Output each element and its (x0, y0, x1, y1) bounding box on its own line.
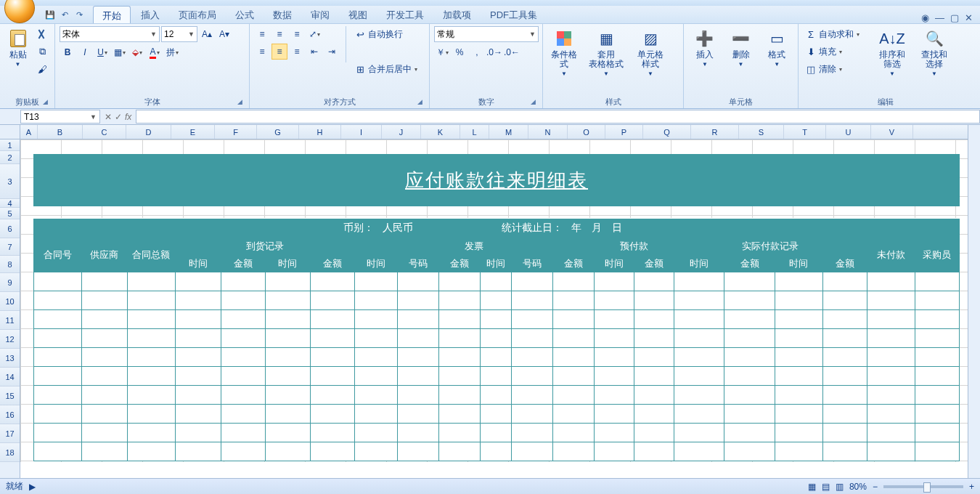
table-cell[interactable] (634, 291, 674, 310)
view-pagebreak-icon[interactable]: ▥ (836, 482, 844, 492)
help-icon[interactable]: ◉ (921, 12, 929, 23)
table-cell[interactable] (34, 386, 82, 405)
bold-button[interactable]: B (60, 44, 75, 60)
row-header[interactable]: 17 (0, 424, 20, 443)
table-cell[interactable] (439, 424, 481, 442)
col-header[interactable]: Q (643, 125, 691, 139)
table-cell[interactable] (127, 442, 175, 461)
fx-icon[interactable]: fx (125, 112, 131, 122)
col-header[interactable]: U (826, 125, 871, 139)
table-cell[interactable] (354, 367, 397, 386)
table-cell[interactable] (511, 272, 552, 291)
table-cell[interactable] (594, 386, 634, 405)
table-cell[interactable] (81, 272, 127, 291)
col-header[interactable]: I (341, 125, 382, 139)
table-cell[interactable] (511, 424, 552, 442)
view-layout-icon[interactable]: ▤ (822, 482, 830, 492)
table-cell[interactable] (34, 367, 82, 386)
table-cell[interactable] (34, 348, 82, 367)
table-cell[interactable] (354, 386, 397, 405)
fill-color-button[interactable]: ⬙ (129, 44, 145, 60)
align-bottom-button[interactable]: ≡ (289, 26, 305, 42)
table-cell[interactable] (552, 424, 594, 442)
delete-cells-button[interactable]: ➖删除▼ (724, 26, 758, 68)
table-cell[interactable] (310, 442, 354, 461)
table-cell[interactable] (221, 272, 265, 291)
zoom-out-button[interactable]: − (873, 482, 878, 492)
align-center-button[interactable]: ≡ (271, 44, 287, 60)
table-cell[interactable] (175, 272, 221, 291)
table-cell[interactable] (724, 442, 775, 461)
table-cell[interactable] (775, 424, 823, 442)
autosum-button[interactable]: Σ自动求和 (803, 26, 870, 42)
table-cell[interactable] (511, 367, 552, 386)
format-as-table-button[interactable]: ▦套用 表格格式▼ (584, 26, 629, 77)
table-cell[interactable] (127, 386, 175, 405)
table-cell[interactable] (552, 442, 594, 461)
table-cell[interactable] (266, 348, 310, 367)
col-header[interactable]: G (257, 125, 299, 139)
table-cell[interactable] (481, 386, 511, 405)
table-cell[interactable] (175, 367, 221, 386)
table-cell[interactable] (310, 272, 354, 291)
table-cell[interactable] (511, 348, 552, 367)
row-header[interactable]: 11 (0, 311, 20, 330)
table-cell[interactable] (634, 367, 674, 386)
table-cell[interactable] (34, 424, 82, 442)
view-normal-icon[interactable]: ▦ (808, 482, 816, 492)
table-cell[interactable] (221, 348, 265, 367)
table-cell[interactable] (594, 442, 634, 461)
table-cell[interactable] (552, 405, 594, 424)
conditional-format-button[interactable]: 条件格式▼ (547, 26, 581, 77)
col-header[interactable]: M (489, 125, 528, 139)
col-header[interactable]: T (784, 125, 826, 139)
table-cell[interactable] (266, 405, 310, 424)
macro-record-icon[interactable]: ▶ (29, 482, 36, 492)
format-cells-button[interactable]: ▭格式▼ (760, 26, 793, 68)
table-cell[interactable] (266, 310, 310, 329)
table-cell[interactable] (634, 424, 674, 442)
comma-button[interactable]: , (469, 44, 485, 60)
qat-redo-icon[interactable]: ↷ (73, 8, 86, 21)
formula-bar[interactable] (136, 110, 980, 124)
table-cell[interactable] (552, 310, 594, 329)
table-cell[interactable] (915, 442, 959, 461)
table-cell[interactable] (822, 272, 867, 291)
table-cell[interactable] (674, 442, 724, 461)
table-cell[interactable] (34, 291, 82, 310)
table-cell[interactable] (310, 348, 354, 367)
table-cell[interactable] (594, 348, 634, 367)
table-cell[interactable] (867, 386, 915, 405)
dialog-launcher-icon[interactable]: ◢ (40, 98, 50, 108)
table-cell[interactable] (511, 386, 552, 405)
paste-button[interactable]: 粘贴 ▼ (4, 26, 31, 68)
row-header[interactable]: 1 (0, 139, 20, 151)
table-cell[interactable] (127, 272, 175, 291)
table-cell[interactable] (915, 405, 959, 424)
table-cell[interactable] (81, 310, 127, 329)
italic-button[interactable]: I (77, 44, 93, 60)
table-cell[interactable] (481, 348, 511, 367)
table-cell[interactable] (175, 386, 221, 405)
table-cell[interactable] (867, 291, 915, 310)
table-cell[interactable] (266, 424, 310, 442)
table-cell[interactable] (439, 272, 481, 291)
table-cell[interactable] (398, 310, 439, 329)
table-cell[interactable] (552, 291, 594, 310)
table-cell[interactable] (552, 348, 594, 367)
table-cell[interactable] (221, 386, 265, 405)
row-header[interactable]: 8 (0, 256, 20, 273)
table-cell[interactable] (634, 442, 674, 461)
row-header[interactable]: 9 (0, 273, 20, 292)
ribbon-tab-7[interactable]: 开发工具 (377, 6, 433, 23)
table-cell[interactable] (221, 424, 265, 442)
table-cell[interactable] (775, 442, 823, 461)
table-cell[interactable] (127, 329, 175, 348)
ribbon-tab-0[interactable]: 开始 (93, 6, 131, 23)
table-cell[interactable] (594, 367, 634, 386)
table-cell[interactable] (481, 310, 511, 329)
row-header[interactable]: 15 (0, 386, 20, 405)
table-cell[interactable] (674, 329, 724, 348)
table-cell[interactable] (594, 424, 634, 442)
table-cell[interactable] (175, 310, 221, 329)
